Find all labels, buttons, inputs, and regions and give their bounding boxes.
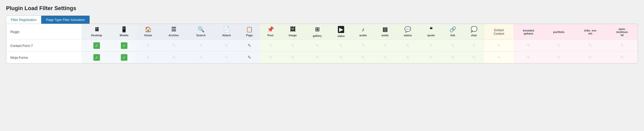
post-icon: 📌 xyxy=(267,27,274,32)
cell-cf7-quote[interactable]: ✎ xyxy=(420,40,442,52)
pencil-inactive-icon: ✎ xyxy=(620,43,624,48)
home-icon: 🏠 xyxy=(145,27,152,32)
pencil-inactive-icon: ✎ xyxy=(527,55,530,60)
quote-icon: ❝ xyxy=(430,27,433,32)
tab-filter-registration[interactable]: Filter Registration xyxy=(6,16,41,24)
col-header-portfolio: portfolio xyxy=(544,24,574,40)
pencil-inactive-icon: ✎ xyxy=(451,43,455,48)
pencil-inactive-icon: ✎ xyxy=(269,43,272,48)
cell-cf7-wpm-testimonial[interactable]: ✎ xyxy=(606,40,638,52)
pencil-inactive-icon: ✎ xyxy=(361,43,365,48)
cell-cf7-knowledgebase[interactable]: ✎ xyxy=(513,40,544,52)
pencil-inactive-icon: ✎ xyxy=(472,43,476,48)
cell-cf7-image[interactable]: ✎ xyxy=(281,40,305,52)
cell-nf-tribe-events[interactable]: ✎ xyxy=(574,52,606,63)
cell-cf7-portfolio[interactable]: ✎ xyxy=(544,40,574,52)
pencil-inactive-icon: ✎ xyxy=(429,55,433,60)
check-icon: ✓ xyxy=(93,54,100,61)
cell-nf-desktop[interactable]: ✓ xyxy=(82,52,111,63)
cell-cf7-aside[interactable]: ✎ xyxy=(374,40,396,52)
pencil-inactive-icon: ✎ xyxy=(472,55,476,60)
cell-cf7-audio[interactable]: ✎ xyxy=(352,40,374,52)
link-icon: 🔗 xyxy=(449,27,456,32)
cell-nf-video[interactable]: ✎ xyxy=(330,52,352,63)
cell-cf7-search[interactable]: ✎ xyxy=(188,40,214,52)
attach-icon: 📄 xyxy=(223,27,230,32)
col-header-status: 💬 status xyxy=(396,24,420,40)
cell-nf-gallery[interactable]: ✎ xyxy=(304,52,330,63)
cell-cf7-gallery[interactable]: ✎ xyxy=(304,40,330,52)
tab-bar: Filter Registration Page Type Filter Act… xyxy=(6,16,638,24)
filter-table: Plugin 🖥 Desktop 📱 Mobile xyxy=(6,24,638,63)
cell-nf-home[interactable]: ✎ xyxy=(137,52,160,63)
cell-nf-link[interactable]: ✎ xyxy=(442,52,463,63)
col-header-search: 🔍 Search xyxy=(188,24,214,40)
pencil-inactive-icon: ✎ xyxy=(620,55,624,60)
col-header-attach: 📄 Attach xyxy=(214,24,239,40)
pencil-inactive-icon: ✎ xyxy=(291,55,295,60)
plugin-name-ninja-forms: Ninja Forms xyxy=(6,52,82,63)
pencil-inactive-icon: ✎ xyxy=(361,55,365,60)
cell-nf-wpm-testimonial[interactable]: ✎ xyxy=(606,52,638,63)
cell-cf7-attach[interactable]: ✎ xyxy=(214,40,239,52)
archive-icon: ☰ xyxy=(171,27,176,32)
col-header-tribe-events: tribe_events xyxy=(574,24,606,40)
check-icon: ✓ xyxy=(121,54,127,61)
cell-cf7-link[interactable]: ✎ xyxy=(442,40,463,52)
col-header-home: 🏠 Home xyxy=(137,24,160,40)
pencil-inactive-icon: ✎ xyxy=(557,43,561,48)
plugin-name-contact-form-7: Contact Form 7 xyxy=(6,40,82,52)
cell-nf-chat[interactable]: ✎ xyxy=(463,52,484,63)
pencil-inactive-icon: ✎ xyxy=(383,43,387,48)
filter-table-wrapper: Plugin 🖥 Desktop 📱 Mobile xyxy=(6,24,638,63)
cell-cf7-status[interactable]: ✎ xyxy=(396,40,420,52)
tab-page-type-filter[interactable]: Page Type Filter Activation xyxy=(41,16,90,24)
cell-cf7-mobile[interactable]: ✓ xyxy=(112,40,137,52)
cell-cf7-home[interactable]: ✎ xyxy=(137,40,160,52)
cell-nf-page[interactable]: ✎ xyxy=(239,52,260,63)
cell-cf7-tribe-events[interactable]: ✎ xyxy=(574,40,606,52)
chat-icon: 💭 xyxy=(471,27,477,32)
page-icon: 📋 xyxy=(246,27,253,32)
search-icon: 🔍 xyxy=(198,27,204,32)
col-header-desktop: 🖥 Desktop xyxy=(82,24,111,40)
cell-cf7-video[interactable]: ✎ xyxy=(330,40,352,52)
pencil-inactive-icon: ✎ xyxy=(146,43,150,48)
cell-nf-image[interactable]: ✎ xyxy=(281,52,305,63)
cell-cf7-archive[interactable]: ✎ xyxy=(160,40,188,52)
table-row: Ninja Forms ✓ ✓ ✎ ✎ ✎ ✎ ✎ ✎ ✎ ✎ ✎ ✎ ✎ ✎ … xyxy=(6,52,638,63)
cell-nf-aside[interactable]: ✎ xyxy=(374,52,396,63)
cell-nf-audio[interactable]: ✎ xyxy=(352,52,374,63)
mobile-icon: 📱 xyxy=(121,27,127,32)
col-header-wpm-testimonial: wpm-testimonial xyxy=(606,24,638,40)
pencil-inactive-icon: ✎ xyxy=(451,55,455,60)
pencil-inactive-icon: ✎ xyxy=(588,55,592,60)
cell-cf7-post[interactable]: ✎ xyxy=(260,40,281,52)
cell-cf7-desktop[interactable]: ✓ xyxy=(82,40,111,52)
cell-nf-quote[interactable]: ✎ xyxy=(420,52,442,63)
cell-nf-attach[interactable]: ✎ xyxy=(214,52,239,63)
col-header-link: 🔗 link xyxy=(442,24,463,40)
cell-nf-mobile[interactable]: ✓ xyxy=(112,52,137,63)
cell-nf-portfolio[interactable]: ✎ xyxy=(544,52,574,63)
pencil-inactive-icon: ✎ xyxy=(315,55,319,60)
pencil-inactive-icon: ✎ xyxy=(199,43,203,48)
cell-nf-status[interactable]: ✎ xyxy=(396,52,420,63)
pencil-active-icon: ✎ xyxy=(247,43,251,48)
col-header-embed: EmbedContent xyxy=(484,24,514,40)
cell-nf-embed[interactable]: ✎ xyxy=(484,52,514,63)
cell-cf7-page[interactable]: ✎ xyxy=(239,40,260,52)
cell-cf7-chat[interactable]: ✎ xyxy=(463,40,484,52)
cell-nf-archive[interactable]: ✎ xyxy=(160,52,188,63)
col-header-knowledgebase: knowledgebase xyxy=(513,24,544,40)
gallery-icon: ⊞ xyxy=(315,26,319,33)
pencil-inactive-icon: ✎ xyxy=(315,43,319,48)
pencil-inactive-icon: ✎ xyxy=(557,55,561,60)
cell-cf7-embed[interactable]: ✎ xyxy=(484,40,514,52)
cell-nf-knowledgebase[interactable]: ✎ xyxy=(513,52,544,63)
cell-nf-post[interactable]: ✎ xyxy=(260,52,281,63)
aside-icon: ▤ xyxy=(382,27,388,32)
col-header-archive: ☰ Archive xyxy=(160,24,188,40)
col-header-page: 📋 Page xyxy=(239,24,260,40)
cell-nf-search[interactable]: ✎ xyxy=(188,52,214,63)
